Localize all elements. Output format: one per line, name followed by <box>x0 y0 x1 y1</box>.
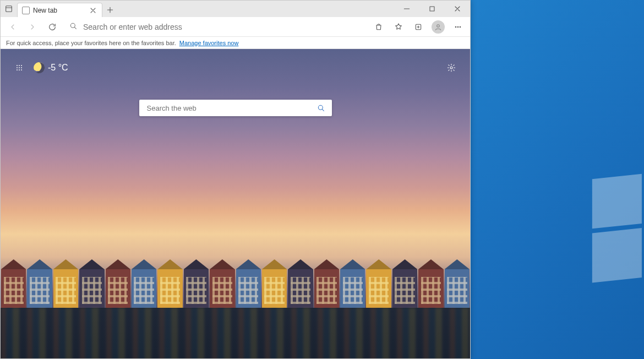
house <box>27 269 52 308</box>
page-icon <box>22 7 30 14</box>
browser-window: New tab <box>0 0 471 359</box>
house <box>106 269 130 308</box>
ntp-search-button[interactable] <box>314 101 328 115</box>
house <box>340 269 365 308</box>
svg-point-15 <box>19 69 20 70</box>
close-window-button[interactable] <box>445 1 470 17</box>
house <box>445 269 470 308</box>
minimize-button[interactable] <box>394 1 419 17</box>
house <box>236 269 261 308</box>
svg-point-11 <box>17 67 18 68</box>
houses-illustration <box>1 242 470 308</box>
svg-rect-1 <box>430 7 434 11</box>
house <box>157 269 182 308</box>
svg-point-7 <box>460 26 461 28</box>
browser-tab[interactable]: New tab <box>17 3 102 17</box>
ntp-topbar: -5 °C <box>12 59 459 77</box>
refresh-button[interactable] <box>43 18 61 36</box>
search-icon <box>69 21 78 32</box>
svg-point-14 <box>17 69 18 70</box>
more-button[interactable] <box>449 18 467 36</box>
address-input[interactable] <box>82 22 362 32</box>
windows-logo <box>583 165 644 286</box>
svg-point-10 <box>21 65 22 66</box>
house <box>53 269 78 308</box>
house <box>184 269 209 308</box>
svg-point-9 <box>19 65 20 66</box>
maximize-button[interactable] <box>419 1 445 17</box>
svg-point-12 <box>19 67 20 68</box>
weather-widget[interactable]: -5 °C <box>34 62 68 73</box>
forward-button[interactable] <box>24 18 41 36</box>
svg-point-6 <box>457 26 459 28</box>
new-tab-page[interactable]: -5 °C <box>1 49 470 358</box>
house <box>418 269 443 308</box>
favorites-hint: For quick access, place your favorites h… <box>6 40 176 46</box>
tab-actions-button[interactable] <box>1 1 17 17</box>
moon-icon <box>32 61 46 75</box>
close-tab-button[interactable] <box>89 6 97 15</box>
svg-rect-0 <box>6 6 12 12</box>
manage-favorites-link[interactable]: Manage favorites now <box>179 40 239 46</box>
favorites-button[interactable] <box>390 18 407 36</box>
page-settings-button[interactable] <box>444 60 459 75</box>
ntp-search-box[interactable] <box>139 100 332 116</box>
house <box>1 269 26 308</box>
house <box>392 269 417 308</box>
new-tab-button[interactable] <box>102 3 118 17</box>
avatar-icon <box>432 20 445 34</box>
weather-temp: -5 °C <box>48 63 68 73</box>
omnibox[interactable] <box>63 19 368 35</box>
hero-background: -5 °C <box>1 49 470 358</box>
house <box>366 269 391 308</box>
apps-button[interactable] <box>12 60 27 75</box>
house <box>288 269 313 308</box>
svg-point-13 <box>21 67 22 68</box>
house <box>79 269 104 308</box>
house <box>210 269 234 308</box>
shopping-button[interactable] <box>370 18 388 36</box>
house <box>262 269 287 308</box>
content-area: -5 °C <box>1 49 470 358</box>
svg-point-17 <box>450 67 452 69</box>
profile-button[interactable] <box>429 18 447 36</box>
ntp-search-input[interactable] <box>146 104 314 113</box>
favorites-bar: For quick access, place your favorites h… <box>1 37 470 49</box>
back-button[interactable] <box>4 18 21 36</box>
tab-title: New tab <box>33 7 85 14</box>
svg-point-8 <box>17 65 18 66</box>
svg-point-4 <box>437 24 440 27</box>
collections-button[interactable] <box>410 18 427 36</box>
water-reflection <box>1 308 470 358</box>
house <box>132 269 156 308</box>
house <box>314 269 339 308</box>
window-controls <box>394 1 470 17</box>
svg-point-5 <box>455 26 456 28</box>
titlebar: New tab <box>1 1 470 17</box>
svg-point-16 <box>21 69 22 70</box>
toolbar <box>1 17 470 37</box>
